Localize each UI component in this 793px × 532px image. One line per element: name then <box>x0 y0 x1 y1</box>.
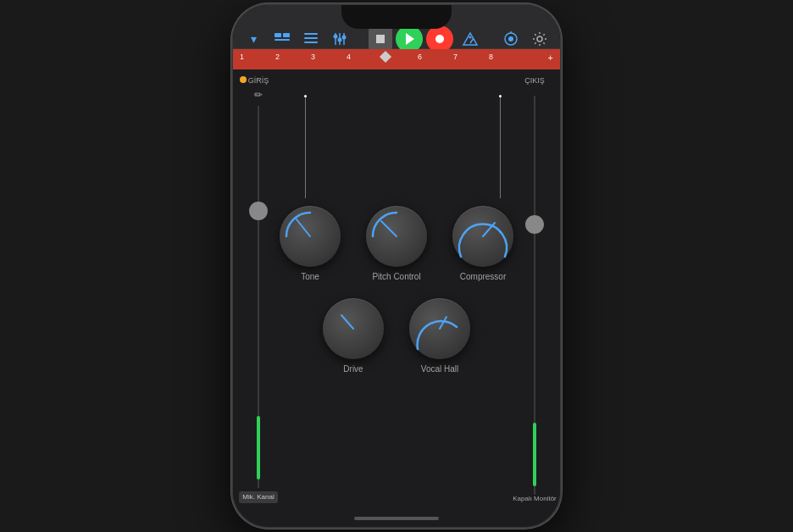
main-content: GİRİŞ ✏ Mik. Kanal ÇIKIŞ <box>233 69 560 510</box>
compressor-knob-container: Compressor <box>452 206 513 281</box>
home-bar <box>354 517 439 520</box>
play-button[interactable] <box>396 25 423 53</box>
playhead[interactable] <box>381 49 390 61</box>
pitch-control-label: Pitch Control <box>372 272 420 281</box>
svg-point-9 <box>334 34 338 38</box>
dropdown-icon[interactable]: ▾ <box>241 27 265 51</box>
notch <box>341 5 452 29</box>
knobs-row-2: Drive Vocal Hall <box>323 298 470 374</box>
power-button[interactable] <box>560 115 562 183</box>
compressor-label: Compressor <box>460 272 506 281</box>
svg-point-10 <box>338 37 342 42</box>
input-level-meter <box>257 416 260 479</box>
ruler-mark-3: 3 <box>311 53 315 61</box>
ruler-mark-8: 8 <box>489 53 493 61</box>
drive-label: Drive <box>343 364 363 374</box>
pitch-control-knob-container: Pitch Control <box>366 206 427 281</box>
mixer-icon[interactable] <box>328 27 352 51</box>
ruler-mark-4: 4 <box>347 53 351 61</box>
input-label: GİRİŞ <box>248 76 269 86</box>
svg-point-14 <box>469 36 472 38</box>
channel-button[interactable]: Mik. Kanal <box>239 491 277 503</box>
ruler-mark-1: 1 <box>240 53 244 61</box>
output-fader-thumb[interactable] <box>525 215 544 234</box>
effects-knobs-area: Tone Pitch Control <box>284 69 509 510</box>
knobs-row-1: Tone Pitch Control <box>280 206 513 281</box>
ruler-mark-7: 7 <box>453 53 458 61</box>
monitor-label: Kapalı Monitör <box>513 495 557 503</box>
input-channel-strip: GİRİŞ ✏ Mik. Kanal <box>233 69 284 510</box>
svg-line-23 <box>440 317 446 329</box>
screen: ▾ <box>233 5 560 527</box>
settings-icon[interactable] <box>528 27 552 51</box>
svg-rect-1 <box>283 33 290 37</box>
output-level-meter <box>533 423 536 486</box>
phone-frame: ▾ <box>231 3 562 529</box>
svg-rect-0 <box>274 33 281 37</box>
svg-line-22 <box>341 315 353 329</box>
tone-label: Tone <box>301 272 319 281</box>
svg-point-16 <box>508 36 513 42</box>
ruler-mark-6: 6 <box>418 53 422 61</box>
input-fader-thumb[interactable] <box>249 202 268 220</box>
mute-indicator <box>240 76 247 83</box>
home-indicator[interactable] <box>233 510 560 527</box>
drive-knob-container: Drive <box>323 298 384 374</box>
tone-knob-container: Tone <box>280 206 341 281</box>
ruler-mark-2: 2 <box>275 53 280 61</box>
stop-button[interactable] <box>369 27 392 51</box>
compressor-knob[interactable] <box>452 206 513 267</box>
transport-controls <box>369 25 453 53</box>
track-view-icon[interactable] <box>270 27 294 51</box>
svg-point-11 <box>342 35 347 39</box>
vocal-hall-knob[interactable] <box>409 298 470 359</box>
svg-point-18 <box>537 36 542 42</box>
svg-line-20 <box>381 221 396 236</box>
output-channel-strip: ÇIKIŞ Kapalı Monitör <box>509 69 560 510</box>
svg-rect-4 <box>304 37 318 39</box>
vocal-hall-knob-container: Vocal Hall <box>409 298 470 374</box>
svg-rect-5 <box>304 42 318 43</box>
vocal-hall-label: Vocal Hall <box>421 364 458 374</box>
pitch-control-knob[interactable] <box>366 206 427 267</box>
metronome-icon[interactable] <box>458 27 482 51</box>
drive-knob[interactable] <box>323 298 384 359</box>
svg-rect-3 <box>304 33 318 35</box>
list-icon[interactable] <box>299 27 323 51</box>
record-button[interactable] <box>426 25 453 53</box>
svg-line-19 <box>297 219 310 236</box>
svg-rect-2 <box>274 39 290 41</box>
output-label: ÇIKIŞ <box>524 76 545 86</box>
timeline-ruler[interactable]: 1 2 3 4 5 6 7 8 + <box>233 49 560 69</box>
tone-knob[interactable] <box>280 206 341 267</box>
add-track-button[interactable]: + <box>548 53 553 63</box>
pencil-icon[interactable]: ✏ <box>254 89 263 101</box>
smart-icon[interactable] <box>499 27 523 51</box>
svg-line-13 <box>470 38 474 43</box>
